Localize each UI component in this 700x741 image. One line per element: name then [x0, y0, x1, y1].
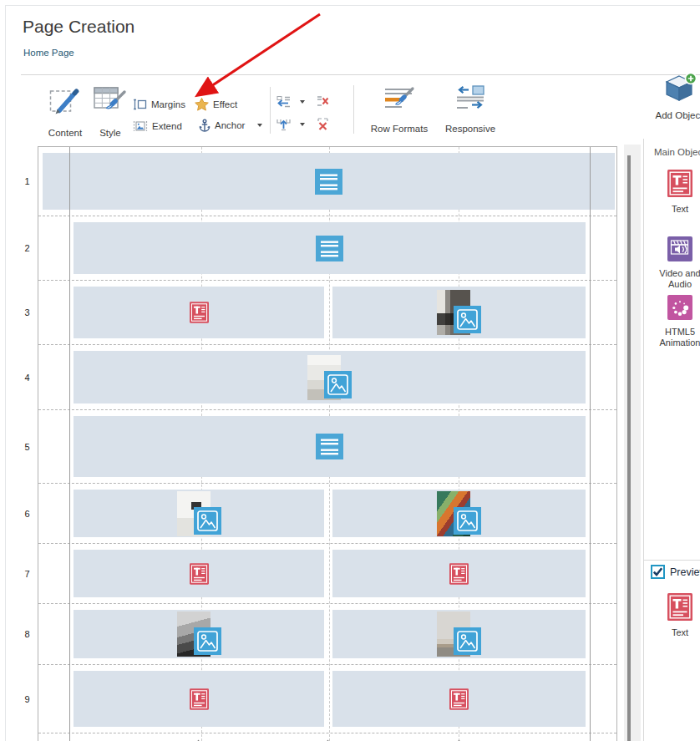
style-icon [94, 86, 127, 118]
main-objects-heading: Main Objects [654, 147, 700, 157]
insert-row-icon [276, 117, 292, 134]
menu-object-icon[interactable] [315, 169, 342, 195]
vertical-scrollbar-track[interactable] [624, 145, 641, 741]
grid-cell[interactable] [74, 416, 586, 477]
delete-column-button[interactable] [315, 94, 330, 111]
grid-cell[interactable] [74, 610, 324, 658]
image-object-icon[interactable] [324, 371, 352, 398]
preview-checkbox-label[interactable]: Preview [670, 566, 700, 578]
page-creation-window: Page Creation Home Page Content Style Ma… [0, 0, 700, 741]
row-formats-button[interactable]: Row Formats [363, 85, 436, 134]
grid-cell[interactable] [74, 222, 586, 274]
image-object[interactable] [177, 612, 221, 657]
html5-animation-icon [667, 295, 692, 323]
delete-row-button[interactable] [316, 117, 330, 134]
object-item-label: Text [653, 204, 700, 215]
row-number: 7 [21, 544, 33, 604]
delete-row-icon [316, 117, 330, 134]
row-formats-icon [383, 85, 415, 115]
anchor-button[interactable]: Anchor [199, 118, 262, 132]
grid-row-9: 9 [38, 665, 616, 733]
style-button[interactable]: Style [92, 86, 129, 138]
image-object[interactable] [307, 355, 352, 400]
row-number: 5 [21, 410, 33, 484]
grid-row-3: 3 [38, 281, 616, 345]
delete-column-icon [315, 94, 330, 111]
insert-row-button[interactable] [276, 117, 292, 134]
responsive-label: Responsive [445, 124, 495, 134]
grid-cell[interactable] [74, 490, 324, 537]
object-item-video-audio[interactable]: Video and Audio [652, 236, 700, 290]
margins-button[interactable]: Margins [133, 97, 185, 111]
insert-column-dropdown-caret-icon[interactable] [300, 100, 305, 104]
effect-button[interactable]: Effect [195, 97, 237, 111]
grid-cell[interactable] [74, 351, 586, 403]
panel-divider [643, 139, 644, 741]
preview-object-item-text[interactable]: Text [652, 593, 700, 638]
grid-cell[interactable] [43, 153, 615, 210]
grid-cell[interactable] [332, 610, 586, 658]
text-object-icon[interactable] [190, 688, 209, 710]
image-object[interactable] [437, 290, 481, 335]
anchor-dropdown-caret-icon[interactable] [257, 124, 262, 127]
row-number: 4 [21, 345, 33, 410]
image-object-icon[interactable] [194, 507, 221, 535]
grid-cell[interactable] [74, 671, 324, 727]
extend-button[interactable]: Extend [133, 119, 182, 133]
menu-object-icon[interactable] [316, 236, 343, 261]
grid-cell[interactable] [332, 550, 586, 597]
effect-button-label: Effect [213, 99, 237, 109]
vertical-scrollbar-thumb[interactable] [627, 155, 631, 741]
insert-column-icon [276, 95, 292, 112]
column-handle-arrow-icon[interactable] [454, 734, 464, 741]
image-object-icon[interactable] [454, 627, 481, 655]
insert-row-dropdown-caret-icon[interactable] [300, 123, 305, 126]
content-icon [49, 86, 81, 119]
page-edge-line [590, 147, 591, 741]
column-handle-arrow-icon[interactable] [194, 734, 203, 741]
margins-button-label: Margins [151, 99, 185, 109]
extend-icon [133, 120, 148, 132]
image-object[interactable] [437, 491, 481, 536]
text-object-icon [667, 593, 692, 624]
column-handle-arrow-icon[interactable] [323, 734, 332, 741]
toolbar-separator [353, 85, 354, 134]
text-object-icon[interactable] [449, 688, 469, 710]
page-title: Page Creation [23, 17, 134, 37]
annotation-arrow [184, 8, 334, 107]
content-button[interactable]: Content [43, 86, 87, 138]
object-item-label: HTML5 Animation [653, 327, 700, 348]
grid-row-8: 8 [38, 604, 616, 665]
content-button-label: Content [48, 128, 82, 138]
window-edge-left [5, 5, 6, 741]
add-object-button[interactable]: Add Object [652, 72, 700, 120]
menu-object-icon[interactable] [316, 434, 343, 459]
preview-checkbox[interactable] [651, 565, 665, 582]
grid-row-1: 1 [38, 147, 616, 216]
grid-cell[interactable] [332, 671, 586, 727]
grid-cell[interactable] [74, 550, 324, 597]
object-item-html5-animation[interactable]: HTML5 Animation [652, 295, 700, 348]
grid-cell[interactable] [332, 490, 586, 537]
grid-cell[interactable] [74, 287, 324, 338]
image-object-icon[interactable] [454, 306, 481, 333]
text-object-icon[interactable] [190, 563, 209, 585]
row-formats-label: Row Formats [371, 124, 428, 134]
object-item-text[interactable]: Text [652, 170, 700, 215]
insert-column-button[interactable] [276, 95, 292, 112]
page-grid-canvas[interactable]: 123456789 [38, 146, 617, 741]
responsive-button[interactable]: Responsive [440, 85, 500, 134]
row-number: 2 [21, 216, 33, 281]
grid-cell[interactable] [332, 287, 586, 338]
text-object-icon[interactable] [190, 302, 209, 323]
image-object[interactable] [177, 491, 221, 536]
video-audio-icon [667, 236, 692, 265]
effect-icon [195, 98, 209, 111]
image-object-icon[interactable] [454, 507, 481, 535]
image-object[interactable] [437, 612, 481, 657]
grid-row-2: 2 [38, 216, 616, 281]
image-object-icon[interactable] [194, 627, 221, 655]
row-number: 3 [21, 281, 33, 345]
grid-row-4: 4 [38, 345, 616, 410]
text-object-icon[interactable] [449, 563, 469, 585]
